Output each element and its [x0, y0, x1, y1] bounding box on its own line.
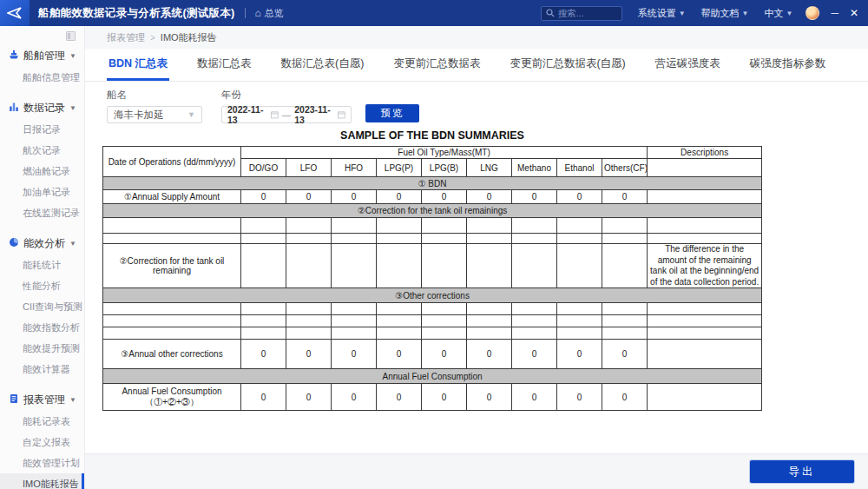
sidebar-collapse-icon[interactable]: [66, 31, 76, 41]
fuel-type-header: DO/GO: [241, 159, 286, 177]
value-cell: [557, 303, 602, 315]
menu-system-settings[interactable]: 系统设置▼: [638, 7, 686, 20]
sidebar-item[interactable]: CII查询与预测: [0, 296, 84, 317]
row-label-cell: [103, 303, 241, 315]
chevron-down-icon: ▼: [69, 240, 76, 248]
value-cell: [557, 234, 602, 244]
table-row: [103, 327, 762, 340]
breadcrumb-parent[interactable]: 报表管理: [107, 31, 145, 44]
description-cell: [648, 303, 762, 315]
description-cell: [648, 340, 762, 369]
ship-name-select[interactable]: 海丰卡加延 ▼: [107, 106, 202, 123]
year-label: 年份: [221, 89, 352, 102]
section-band: ① BDN: [103, 177, 762, 190]
tab-7[interactable]: 碳强度指标参数: [748, 49, 828, 81]
value-cell: [467, 315, 512, 327]
value-cell: 0: [557, 384, 602, 411]
row-label-cell: ②Correction for the tank oil remaining: [103, 244, 241, 288]
value-cell: [422, 244, 467, 288]
value-cell: [241, 303, 286, 315]
fuel-type-header: Ethanol: [557, 159, 602, 177]
value-cell: [332, 327, 377, 340]
sidebar-item[interactable]: 燃油舱记录: [0, 161, 84, 182]
description-cell: [648, 315, 762, 327]
value-cell: [557, 315, 602, 327]
date-end-value[interactable]: 2023-11-13: [294, 104, 334, 125]
app-title: 船舶能效数据记录与分析系统(测试版本): [38, 6, 235, 21]
date-range-picker[interactable]: 2022-11-13 — 2023-11-13: [221, 106, 352, 123]
sidebar-section-1[interactable]: 船舶管理▼: [0, 44, 84, 67]
table-row: Annual Fuel Consumption: [103, 369, 762, 384]
description-cell: [648, 384, 762, 411]
sidebar-item[interactable]: 能耗统计: [0, 254, 84, 275]
search-input[interactable]: [558, 8, 615, 18]
table-row: [103, 218, 762, 234]
fuel-type-header: HFO: [332, 159, 377, 177]
tab-3[interactable]: 数据汇总表(自愿): [279, 49, 366, 81]
sidebar-item[interactable]: 能效提升预测: [0, 338, 84, 359]
fuel-type-header: LFO: [286, 159, 332, 177]
tab-5[interactable]: 变更前汇总数据表(自愿): [508, 49, 627, 81]
sidebar-item[interactable]: 在线监测记录: [0, 202, 84, 223]
value-cell: [377, 327, 422, 340]
sidebar-item[interactable]: 能效计算器: [0, 359, 84, 380]
search-box[interactable]: [541, 6, 622, 21]
sidebar-item[interactable]: 能效指数分析: [0, 317, 84, 338]
sidebar-item[interactable]: 能耗记录表: [0, 411, 84, 432]
tab-1[interactable]: BDN 汇总表: [107, 49, 169, 81]
sidebar-item[interactable]: 自定义报表: [0, 432, 84, 453]
table-row: ③Annual other corrections000000000: [103, 340, 762, 369]
sidebar-item[interactable]: 航次记录: [0, 140, 84, 161]
tab-bar: BDN 汇总表数据汇总表数据汇总表(自愿)变更前汇总数据表变更前汇总数据表(自愿…: [85, 49, 868, 82]
value-cell: 0: [332, 190, 377, 204]
preview-button[interactable]: 预览: [365, 104, 419, 122]
ship-name-value: 海丰卡加延: [114, 109, 164, 122]
chevron-down-icon: ▼: [187, 110, 195, 119]
menu-language[interactable]: 中文▼: [765, 7, 793, 20]
value-cell: [557, 327, 602, 340]
value-cell: [602, 315, 648, 327]
tab-4[interactable]: 变更前汇总数据表: [391, 49, 482, 81]
sidebar-section-2[interactable]: 数据记录▼: [0, 96, 84, 119]
value-cell: 0: [241, 340, 286, 369]
calendar-icon: [338, 110, 345, 119]
minimize-button[interactable]: ─: [831, 8, 838, 18]
value-cell: [467, 327, 512, 340]
fuel-type-header: Others(CF): [602, 159, 648, 177]
value-cell: 0: [602, 384, 648, 411]
sidebar-item[interactable]: 性能分析: [0, 275, 84, 296]
menu-help-docs[interactable]: 帮助文档▼: [701, 7, 749, 20]
sidebar-item[interactable]: 日报记录: [0, 119, 84, 140]
value-cell: 0: [286, 340, 332, 369]
value-cell: [241, 315, 286, 327]
sidebar-item[interactable]: 加油单记录: [0, 182, 84, 202]
table-row: ① BDN: [103, 177, 762, 190]
user-avatar[interactable]: [806, 6, 819, 20]
value-cell: 0: [422, 190, 467, 204]
home-overview-link[interactable]: ⌂ 总览: [255, 7, 284, 20]
tab-2[interactable]: 数据汇总表: [195, 49, 253, 81]
export-button[interactable]: 导出: [750, 460, 854, 483]
close-button[interactable]: ✕: [850, 8, 858, 18]
value-cell: [467, 234, 512, 244]
sidebar-section-label: 能效分析: [23, 236, 65, 251]
value-cell: [286, 315, 332, 327]
tab-6[interactable]: 营运碳强度表: [654, 49, 722, 81]
row-label-cell: ①Annual Supply Amount: [103, 190, 241, 204]
row-label-cell: [103, 327, 241, 340]
sidebar-item[interactable]: IMO能耗报告: [0, 473, 84, 489]
description-cell: [648, 218, 762, 234]
value-cell: 0: [332, 340, 377, 369]
sidebar-section-4[interactable]: 报表管理▼: [0, 388, 84, 411]
value-cell: [241, 244, 286, 288]
ship-name-field: 船名 海丰卡加延 ▼: [107, 89, 202, 123]
fuel-type-header: Methano: [512, 159, 557, 177]
date-start-value[interactable]: 2022-11-13: [227, 104, 267, 125]
sidebar-item[interactable]: 船舶信息管理: [0, 67, 84, 88]
value-cell: 0: [467, 384, 512, 411]
sidebar-section-3[interactable]: 能效分析▼: [0, 232, 84, 254]
value-cell: 0: [286, 190, 332, 204]
table-row: ①Annual Supply Amount000000000: [103, 190, 762, 204]
sidebar-item[interactable]: 能效管理计划: [0, 453, 84, 473]
value-cell: 0: [377, 384, 422, 411]
